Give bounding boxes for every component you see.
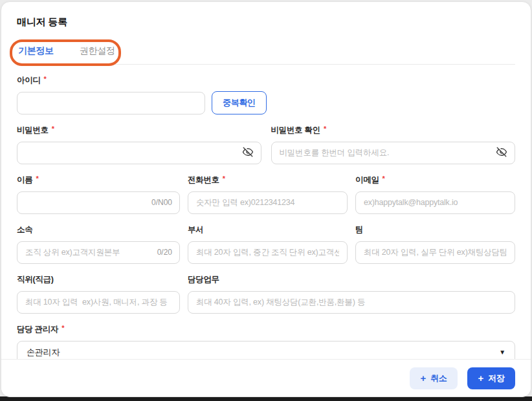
- duplicate-check-button[interactable]: 중복확인: [212, 91, 267, 114]
- phone-input[interactable]: [188, 191, 348, 214]
- cancel-button[interactable]: + 취소: [410, 367, 458, 389]
- save-button-label: 저장: [488, 373, 504, 384]
- field-password-confirm-label: 비밀번호 확인 *: [271, 125, 516, 136]
- field-email-label: 이메일 *: [355, 175, 515, 186]
- required-marker: *: [223, 175, 225, 182]
- duty-input[interactable]: [188, 291, 515, 314]
- required-marker: *: [61, 324, 64, 332]
- tab-basic-info[interactable]: 기본정보: [17, 45, 55, 65]
- required-marker: *: [324, 125, 326, 133]
- field-password-confirm: 비밀번호 확인 *: [271, 125, 516, 164]
- field-name-label: 이름 *: [17, 175, 180, 186]
- field-id-label: 아이디 *: [17, 75, 205, 86]
- row-password: 비밀번호 *: [17, 125, 515, 164]
- department-input[interactable]: [188, 241, 348, 264]
- tab-bar: 기본정보 권한설정: [17, 45, 515, 65]
- screen-bottom-edge: [0, 396, 532, 401]
- row-organization: 소속 0/20 부서 팀: [17, 224, 515, 264]
- field-manager: 담당 관리자 * 손관리자 ▼: [17, 324, 515, 364]
- field-affiliation-label: 소속: [17, 224, 180, 235]
- affiliation-input[interactable]: [17, 241, 180, 264]
- position-input[interactable]: [17, 291, 180, 314]
- required-marker: *: [52, 125, 54, 133]
- password-confirm-input[interactable]: [271, 142, 516, 164]
- eye-off-icon: [496, 146, 507, 160]
- required-marker: *: [382, 175, 385, 182]
- field-password: 비밀번호 *: [17, 125, 261, 164]
- required-marker: *: [36, 175, 38, 182]
- save-button[interactable]: + 저장: [467, 367, 515, 389]
- plus-icon: +: [478, 373, 483, 383]
- row-manager: 담당 관리자 * 손관리자 ▼: [17, 324, 515, 364]
- manager-select-value: 손관리자: [27, 347, 60, 358]
- field-email: 이메일 *: [355, 175, 515, 214]
- field-phone: 전화번호 *: [188, 175, 348, 214]
- field-department: 부서: [188, 224, 348, 264]
- modal-footer: + 취소 + 저장: [1, 359, 531, 396]
- field-password-label: 비밀번호 *: [17, 125, 261, 136]
- row-contact: 이름 * 0/N00 전화번호 * 이메일: [17, 175, 515, 214]
- tab-permission-settings[interactable]: 권한설정: [78, 45, 116, 64]
- field-name: 이름 * 0/N00: [17, 175, 180, 214]
- id-input[interactable]: [17, 92, 205, 114]
- field-team-label: 팀: [355, 224, 515, 235]
- team-input[interactable]: [355, 241, 515, 264]
- manager-register-modal: 매니저 등록 기본정보 권한설정 아이디 * 중복확인 비밀번호: [1, 1, 531, 397]
- field-duty: 담당업무: [188, 274, 515, 314]
- row-id: 아이디 * 중복확인: [17, 75, 515, 114]
- name-input[interactable]: [17, 191, 180, 214]
- row-position: 직위(직급) 담당업무: [17, 274, 515, 314]
- field-phone-label: 전화번호 *: [188, 175, 348, 186]
- eye-off-icon: [242, 146, 254, 160]
- field-department-label: 부서: [188, 224, 348, 235]
- manager-form: 아이디 * 중복확인 비밀번호 *: [17, 75, 515, 364]
- password-confirm-visibility-toggle[interactable]: [494, 146, 509, 160]
- field-affiliation: 소속 0/20: [17, 224, 180, 264]
- field-position-label: 직위(직급): [17, 274, 180, 285]
- password-visibility-toggle[interactable]: [241, 146, 255, 160]
- field-team: 팀: [355, 224, 515, 264]
- page-title: 매니저 등록: [17, 16, 515, 28]
- plus-icon: +: [421, 373, 426, 383]
- field-position: 직위(직급): [17, 274, 180, 314]
- chevron-down-icon: ▼: [499, 349, 505, 356]
- password-input[interactable]: [17, 142, 261, 164]
- cancel-button-label: 취소: [430, 373, 447, 384]
- email-input[interactable]: [355, 191, 515, 214]
- required-marker: *: [44, 75, 47, 83]
- field-id: 아이디 *: [17, 75, 205, 114]
- field-duty-label: 담당업무: [188, 274, 515, 285]
- field-manager-label: 담당 관리자 *: [17, 324, 515, 335]
